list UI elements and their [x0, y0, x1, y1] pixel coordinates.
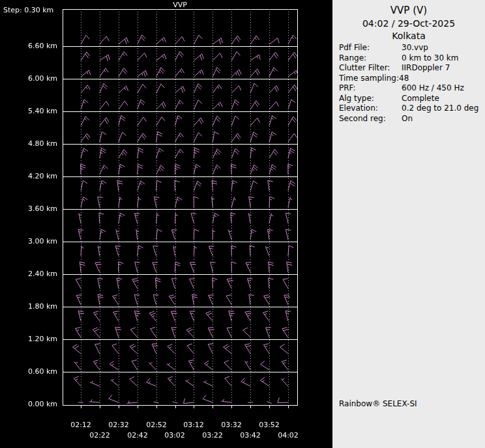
param-row: Clutter Filter:IIRDoppler 7 — [339, 63, 478, 74]
y-axis-label: 1.20 km — [20, 335, 57, 343]
y-axis-label: 0.60 km — [20, 367, 57, 376]
param-value: Complete — [402, 94, 439, 103]
x-axis-label: 02:42 — [119, 431, 156, 440]
wind-barb-chart-canvas — [0, 0, 332, 448]
param-label: PRF: — [339, 83, 402, 94]
param-row: Second reg:On — [339, 114, 478, 124]
x-axis-label: 02:22 — [81, 431, 118, 440]
panel-title: VVP (V) — [332, 5, 485, 16]
x-axis-label: 03:12 — [175, 421, 212, 429]
y-axis-label: 4.80 km — [20, 139, 57, 148]
y-axis-label: 6.60 km — [20, 42, 57, 50]
param-row: Elevation:0.2 deg to 21.0 deg — [339, 104, 478, 114]
param-value: 600 Hz / 450 Hz — [402, 83, 464, 92]
x-axis-label: 02:32 — [100, 421, 137, 429]
param-value: On — [402, 114, 413, 123]
y-axis-label: 3.60 km — [20, 204, 57, 213]
info-panel: VVP (V) 04:02 / 29-Oct-2025 Kolkata Pdf … — [332, 0, 485, 448]
y-axis-label: 3.00 km — [20, 237, 57, 245]
param-label: Pdf File: — [339, 43, 402, 53]
param-row: Range:0 km to 30 km — [339, 53, 478, 64]
x-axis-label: 03:02 — [156, 431, 193, 440]
y-axis-label: 4.20 km — [20, 172, 57, 180]
param-label: Time sampling:48 — [339, 74, 409, 84]
x-axis-label: 03:52 — [251, 421, 287, 429]
param-row: Alg type:Complete — [339, 94, 478, 104]
x-axis-label: 03:42 — [232, 431, 269, 440]
y-axis-label: 6.00 km — [20, 74, 57, 83]
param-label: Elevation: — [339, 104, 402, 114]
y-axis-label: 5.40 km — [20, 107, 57, 115]
panel-site: Kolkata — [332, 31, 485, 41]
param-label: Second reg: — [339, 114, 402, 124]
x-axis-label: 03:22 — [194, 431, 231, 440]
parameter-list: Pdf File:30.vvp Range:0 km to 30 km Clut… — [339, 43, 478, 124]
x-axis-label: 02:52 — [138, 421, 175, 429]
param-label: Alg type: — [339, 94, 402, 104]
param-value: 30.vvp — [402, 43, 428, 52]
vvp-window: VVP Step: 0.30 km 6.60 km 6.00 km 5.40 k… — [0, 0, 485, 448]
param-value: 0.2 deg to 21.0 deg — [402, 104, 478, 113]
chart-title: VVP — [63, 1, 297, 9]
param-row: PRF:600 Hz / 450 Hz — [339, 83, 478, 94]
param-value: IIRDoppler 7 — [402, 63, 450, 72]
brand-footer: Rainbow® SELEX-SI — [339, 399, 417, 408]
y-axis-label: 0.00 km — [20, 400, 57, 408]
param-label: Range: — [339, 53, 402, 64]
x-axis-label: 03:32 — [213, 421, 250, 429]
y-axis-label: 1.80 km — [20, 302, 57, 311]
param-label: Clutter Filter: — [339, 63, 402, 74]
step-label: Step: 0.30 km — [3, 6, 53, 14]
x-axis-label: 02:12 — [63, 421, 99, 429]
param-row: Pdf File:30.vvp — [339, 43, 478, 53]
param-row: Time sampling:48 — [339, 74, 478, 84]
panel-datetime: 04:02 / 29-Oct-2025 — [332, 18, 485, 29]
param-value: 0 km to 30 km — [402, 53, 459, 63]
y-axis-label: 2.40 km — [20, 270, 57, 278]
x-axis-label: 04:02 — [270, 431, 306, 440]
